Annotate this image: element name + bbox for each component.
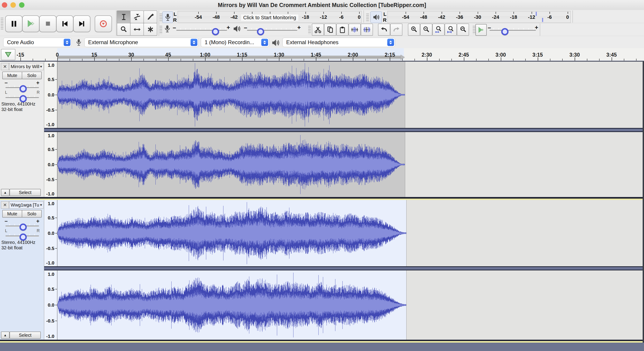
stereo-channel-separator[interactable] [44, 266, 643, 270]
timeline-minor-tick [267, 59, 267, 61]
empty-track-background[interactable] [405, 132, 643, 197]
trim-audio-button[interactable] [348, 23, 361, 36]
waveform[interactable] [57, 132, 405, 197]
track-control-panel[interactable]: ✕Mirrors by Will▼MuteSolo−+LRStereo, 441… [0, 62, 44, 197]
multi-tool-button[interactable] [144, 23, 157, 36]
redo-button[interactable] [390, 23, 402, 36]
vertical-scale-ruler[interactable]: 1.00.50.0-0.5-1.0 [44, 62, 57, 128]
playback-device-dropdown[interactable]: External Headphones [282, 37, 395, 47]
timeline-minor-tick [230, 59, 230, 61]
meter-toolbar-grip[interactable] [160, 13, 162, 22]
rec-volume-plus: + [226, 24, 230, 30]
vertical-scale-ruler[interactable]: 1.00.50.0-0.5-1.0 [44, 270, 57, 340]
timeline-ruler[interactable]: -1501530451:001:151:301:452:002:152:302:… [0, 48, 644, 61]
recording-volume-thumb[interactable] [212, 28, 219, 35]
timeline-minor-tick [587, 59, 587, 61]
zoom-in-button[interactable] [408, 23, 420, 36]
silence-audio-button[interactable] [361, 23, 373, 36]
record-meter-mic-button[interactable] [162, 11, 173, 23]
track-control-panel[interactable]: ✕Wwg1wga [Tu▼MuteSolo−+LRStereo, 44100Hz… [0, 200, 44, 340]
select-track-button[interactable]: Select [10, 332, 41, 339]
track-bottom-border [0, 197, 644, 199]
selection-tool-button[interactable] [117, 10, 130, 23]
timeshift-tool-button[interactable] [130, 23, 144, 36]
select-track-button[interactable]: Select [10, 189, 41, 196]
collapse-track-button[interactable]: ▲ [1, 332, 10, 339]
vertical-scale-ruler[interactable]: 1.00.50.0-0.5-1.0 [44, 200, 57, 266]
meter-tick [460, 12, 460, 14]
solo-button[interactable]: Solo [22, 210, 42, 218]
play-at-speed-grip[interactable] [473, 25, 476, 34]
stereo-channel-separator[interactable] [44, 128, 643, 132]
zoom-toggle-button[interactable] [457, 23, 469, 36]
empty-area-below-tracks[interactable] [0, 343, 644, 351]
vertical-scale-ruler[interactable]: 1.00.50.0-0.5-1.0 [44, 132, 57, 197]
record-icon [99, 19, 108, 28]
empty-track-background[interactable] [406, 270, 643, 340]
monitor-prompt[interactable]: Click to Start Monitoring [241, 14, 299, 21]
empty-track-background[interactable] [405, 62, 643, 128]
draw-tool-button[interactable] [144, 10, 157, 23]
meter-tick-label: -18 [510, 14, 517, 20]
track-title-menu[interactable]: Mirrors by Will▼ [9, 63, 44, 70]
playback-meter[interactable]: -54-48-42-36-30-24-18-12-60 [388, 11, 570, 23]
playback-volume-slider[interactable] [247, 30, 297, 31]
mixer-toolbar-grip[interactable] [160, 25, 162, 34]
playback-meter-speaker-button[interactable] [370, 11, 382, 23]
cut-button[interactable] [312, 23, 324, 36]
close-track-button[interactable]: ✕ [1, 63, 9, 70]
play-button[interactable] [22, 15, 40, 32]
recording-device-dropdown[interactable]: External Microphone [84, 37, 198, 47]
timeline-label: 3:45 [606, 52, 617, 58]
waveform[interactable] [57, 200, 406, 266]
gain-minus-label: − [4, 80, 8, 86]
zoom-tool-button[interactable] [117, 23, 130, 36]
zoom-fit-button[interactable] [444, 23, 457, 36]
meter-tick-label: 0 [358, 14, 360, 20]
playback-volume-thumb[interactable] [257, 28, 264, 35]
collapse-track-button[interactable]: ▲ [1, 189, 10, 196]
stop-button[interactable] [39, 15, 56, 32]
recording-channels-dropdown[interactable]: 1 (Mono) Recordin... [201, 37, 269, 47]
solo-button[interactable]: Solo [22, 71, 42, 79]
skip-to-start-button[interactable] [56, 15, 74, 32]
copy-button[interactable] [324, 23, 336, 36]
play-speed-thumb[interactable] [501, 28, 508, 35]
recording-volume-slider[interactable] [176, 30, 227, 31]
scale-label: -1.0 [46, 260, 54, 266]
device-toolbar: Core Audio External Microphone 1 (Mono) … [0, 36, 644, 49]
skip-to-end-button[interactable] [73, 15, 90, 32]
close-track-button[interactable]: ✕ [1, 201, 9, 209]
track-menu-arrow-icon: ▼ [40, 65, 43, 68]
timeline-label: 1:00 [200, 52, 210, 58]
gain-slider-thumb[interactable] [20, 85, 27, 92]
output-device-speaker-icon [271, 38, 280, 48]
envelope-tool-button[interactable] [130, 10, 144, 23]
waveform[interactable] [57, 270, 406, 340]
recording-meter[interactable]: Click to Start Monitoring -54-48-42-36-3… [178, 11, 362, 23]
audio-host-dropdown[interactable]: Core Audio [3, 37, 72, 47]
paste-button[interactable] [336, 23, 348, 36]
zoom-selection-button[interactable] [432, 23, 444, 36]
pause-button[interactable] [5, 15, 22, 32]
playback-meter-grip[interactable] [366, 13, 369, 22]
undo-button[interactable] [378, 23, 390, 36]
waveform[interactable] [57, 62, 405, 128]
timeline-minor-tick [439, 59, 440, 61]
edit-toolbar-grip[interactable] [308, 25, 311, 34]
mute-button[interactable]: Mute [2, 71, 22, 79]
empty-track-background[interactable] [406, 200, 643, 266]
meter-tick [424, 12, 424, 14]
timeline-label: 2:30 [422, 52, 432, 58]
timeline-minor-tick [513, 59, 514, 61]
mute-button[interactable]: Mute [2, 210, 22, 218]
track-title-menu[interactable]: Wwg1wga [Tu▼ [9, 201, 44, 209]
timeline-minor-tick [106, 59, 107, 61]
play-speed-slider[interactable] [490, 30, 536, 31]
transport-toolbar-grip[interactable] [1, 17, 4, 29]
zoom-in-icon [410, 26, 418, 33]
zoom-out-button[interactable] [420, 23, 432, 36]
record-button[interactable] [95, 15, 112, 32]
play-at-speed-button[interactable] [476, 24, 487, 36]
gain-slider-thumb[interactable] [20, 224, 27, 231]
